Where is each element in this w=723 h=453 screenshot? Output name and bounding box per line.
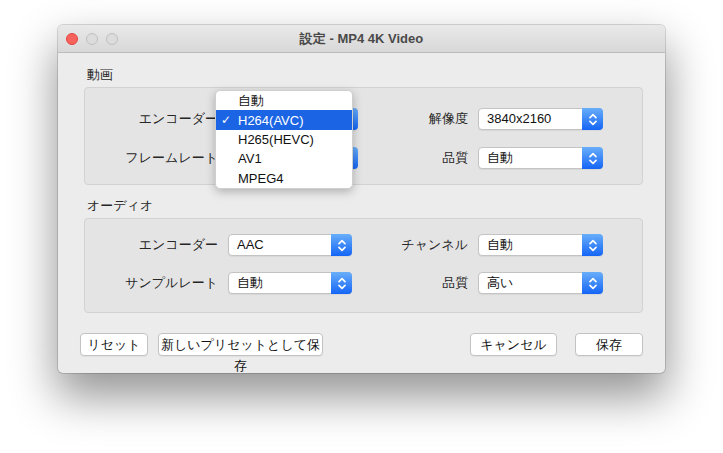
desktop-background: 設定 - MP4 4K Video 動画 エンコーダー フレームレート 解像度 …: [0, 0, 723, 453]
window-title: 設定 - MP4 4K Video: [58, 25, 665, 53]
video-resolution-select[interactable]: 3840x2160: [478, 108, 603, 130]
encoder-dropdown-menu: 自動 ✓ H264(AVC) H265(HEVC) AV1 MPEG4: [215, 90, 353, 189]
audio-channel-value: 自動: [487, 235, 578, 255]
settings-window: 設定 - MP4 4K Video 動画 エンコーダー フレームレート 解像度 …: [58, 25, 665, 373]
menu-item-label: AV1: [238, 151, 262, 166]
audio-channel-select[interactable]: 自動: [478, 234, 603, 256]
save-as-preset-button[interactable]: 新しいプリセットとして保存: [158, 333, 323, 356]
chevron-up-down-icon: [331, 234, 352, 256]
audio-section-label: オーディオ: [87, 197, 153, 215]
title-bar[interactable]: 設定 - MP4 4K Video: [58, 25, 665, 53]
audio-quality-select[interactable]: 高い: [478, 272, 603, 294]
audio-encoder-select[interactable]: AAC: [228, 234, 352, 256]
save-button[interactable]: 保存: [575, 333, 643, 356]
menu-item-av1[interactable]: AV1: [216, 149, 352, 168]
menu-item-label: 自動: [238, 92, 264, 110]
video-section-label: 動画: [87, 66, 113, 84]
audio-samplerate-label: サンプルレート: [78, 272, 218, 294]
chevron-up-down-icon: [582, 272, 603, 294]
chevron-up-down-icon: [582, 108, 603, 130]
reset-button[interactable]: リセット: [80, 333, 148, 356]
menu-item-h264[interactable]: ✓ H264(AVC): [216, 110, 352, 129]
menu-item-mpeg4[interactable]: MPEG4: [216, 169, 352, 188]
audio-encoder-label: エンコーダー: [78, 234, 218, 256]
cancel-button[interactable]: キャンセル: [470, 333, 557, 356]
menu-item-label: H265(HEVC): [238, 132, 314, 147]
audio-samplerate-value: 自動: [237, 273, 327, 293]
video-resolution-value: 3840x2160: [487, 109, 578, 129]
chevron-up-down-icon: [582, 147, 603, 169]
video-quality-value: 自動: [487, 148, 578, 168]
audio-group-box: [84, 218, 643, 313]
audio-samplerate-select[interactable]: 自動: [228, 272, 352, 294]
chevron-up-down-icon: [331, 272, 352, 294]
menu-item-label: MPEG4: [238, 171, 284, 186]
menu-item-h265[interactable]: H265(HEVC): [216, 130, 352, 149]
audio-encoder-value: AAC: [237, 235, 327, 255]
menu-item-auto[interactable]: 自動: [216, 91, 352, 110]
checkmark-icon: ✓: [221, 113, 231, 127]
chevron-up-down-icon: [582, 234, 603, 256]
video-encoder-label: エンコーダー: [78, 108, 218, 130]
menu-item-label: H264(AVC): [238, 113, 304, 128]
audio-quality-value: 高い: [487, 273, 578, 293]
video-group-box: [84, 87, 643, 185]
video-quality-select[interactable]: 自動: [478, 147, 603, 169]
video-framerate-label: フレームレート: [78, 147, 218, 169]
